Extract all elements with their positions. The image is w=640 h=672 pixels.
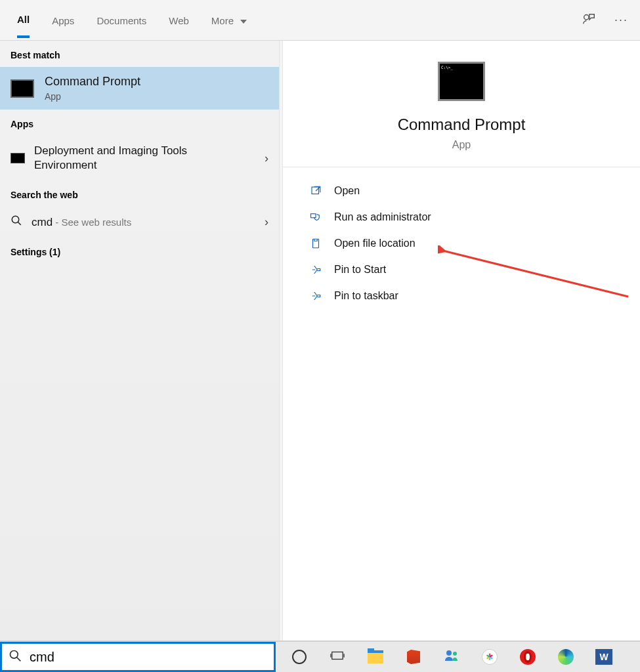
web-result-text: cmd - See web results (32, 216, 131, 229)
pin-start-icon (309, 263, 322, 276)
word-icon: W (595, 649, 612, 665)
chevron-right-icon: › (265, 215, 268, 229)
search-results-main: Best match Command Prompt App Apps Deplo… (0, 41, 640, 640)
action-run-as-administrator[interactable]: Run as administrator (309, 204, 627, 230)
file-explorer-icon (368, 650, 383, 663)
slack-button[interactable] (480, 648, 499, 666)
office-button[interactable] (404, 648, 423, 666)
preview-hero: Command Prompt App (283, 41, 640, 167)
action-label: Open file location (334, 238, 416, 249)
console-icon (11, 153, 25, 163)
svg-point-7 (11, 650, 18, 658)
tab-more[interactable]: More (211, 3, 247, 37)
preview-title: Command Prompt (283, 116, 640, 134)
svg-rect-9 (332, 652, 343, 659)
word-button[interactable]: W (595, 648, 613, 666)
people-button[interactable] (442, 648, 461, 666)
svg-point-12 (446, 650, 452, 656)
taskbar-search-box[interactable] (0, 642, 276, 672)
app-result-title: Deployment and Imaging Tools Environment (34, 144, 187, 173)
svg-line-8 (17, 657, 21, 661)
preview-actions: Open Run as administrator Open file loca… (283, 167, 640, 320)
action-label: Run as administrator (334, 211, 431, 223)
command-prompt-icon-large (438, 62, 485, 101)
best-match-result[interactable]: Command Prompt App (0, 67, 279, 110)
cortana-icon (292, 650, 307, 664)
slack-icon (482, 649, 498, 665)
taskbar: W (0, 640, 640, 672)
web-result-cmd[interactable]: cmd - See web results › (0, 207, 279, 238)
action-open-file-location[interactable]: Open file location (309, 230, 627, 257)
pin-taskbar-icon (309, 289, 322, 303)
taskbar-pinned-apps: W (276, 642, 613, 672)
svg-rect-3 (312, 187, 319, 194)
tab-more-label: More (211, 15, 234, 26)
svg-rect-5 (313, 239, 319, 248)
folder-location-icon (309, 237, 322, 250)
file-explorer-button[interactable] (366, 648, 385, 666)
tab-all[interactable]: All (17, 2, 30, 38)
apps-heading: Apps (0, 110, 279, 136)
action-pin-to-taskbar[interactable]: Pin to taskbar (309, 283, 627, 309)
action-label: Pin to Start (334, 264, 386, 276)
preview-subtitle: App (283, 139, 640, 151)
svg-rect-4 (311, 214, 316, 218)
more-options-icon[interactable]: ··· (614, 13, 628, 27)
preview-pane: Command Prompt App Open Run as administr… (282, 41, 640, 640)
tab-documents[interactable]: Documents (96, 3, 146, 37)
office-icon (407, 650, 420, 664)
best-match-subtitle: App (45, 91, 140, 102)
search-icon (11, 215, 22, 230)
search-icon (9, 649, 22, 665)
command-prompt-icon (11, 79, 34, 98)
tab-apps[interactable]: Apps (52, 3, 74, 37)
action-label: Open (334, 185, 360, 197)
people-icon (444, 648, 459, 667)
feedback-icon[interactable] (582, 12, 596, 29)
action-pin-to-start[interactable]: Pin to Start (309, 257, 627, 283)
action-label: Pin to taskbar (334, 290, 398, 302)
action-open[interactable]: Open (309, 178, 627, 204)
chevron-down-icon (240, 20, 247, 24)
svg-line-2 (18, 222, 21, 225)
results-list-pane: Best match Command Prompt App Apps Deplo… (0, 41, 280, 640)
edge-button[interactable] (557, 648, 575, 666)
tab-web[interactable]: Web (169, 3, 189, 37)
search-filter-tabs: All Apps Documents Web More ··· (0, 0, 640, 41)
best-match-heading: Best match (0, 41, 279, 67)
open-icon (309, 184, 322, 198)
task-view-icon (330, 648, 345, 666)
opera-icon (520, 649, 536, 665)
best-match-title: Command Prompt (45, 75, 140, 89)
svg-point-13 (453, 652, 457, 656)
opera-button[interactable] (519, 648, 537, 666)
settings-heading[interactable]: Settings (1) (0, 238, 279, 264)
task-view-button[interactable] (328, 648, 347, 666)
svg-point-0 (584, 14, 589, 19)
search-web-heading: Search the web (0, 180, 279, 207)
edge-icon (558, 649, 574, 665)
svg-point-1 (12, 216, 19, 223)
app-result-deployment-tools[interactable]: Deployment and Imaging Tools Environment… (0, 136, 279, 180)
taskbar-search-input[interactable] (30, 650, 267, 665)
cortana-button[interactable] (290, 648, 309, 666)
admin-shield-icon (309, 211, 322, 224)
chevron-right-icon: › (265, 152, 268, 165)
